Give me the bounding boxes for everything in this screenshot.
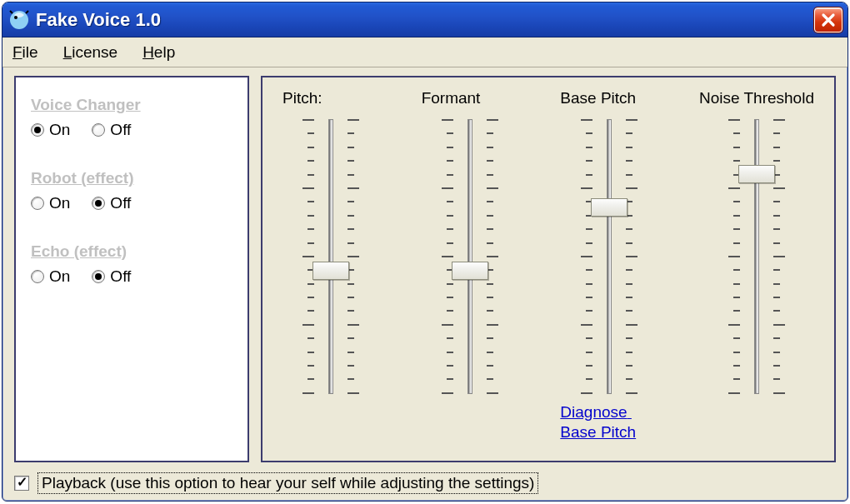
- effects-panel: Voice Changer On Off Robot (effect): [14, 76, 249, 462]
- robot-off-radio[interactable]: Off: [92, 194, 131, 212]
- noise-threshold-label: Noise Threshold: [699, 89, 814, 107]
- noise-threshold-slider-thumb[interactable]: [738, 165, 775, 183]
- playback-label[interactable]: Playback (use this option to hear your s…: [38, 472, 538, 494]
- sliders-panel: Pitch: Formant: [261, 76, 836, 462]
- playback-row: Playback (use this option to hear your s…: [14, 472, 836, 494]
- echo-group: Echo (effect) On Off: [31, 242, 232, 286]
- base-pitch-label: Base Pitch: [560, 89, 636, 107]
- diagnose-base-pitch-link[interactable]: Diagnose Base Pitch: [560, 402, 636, 442]
- client-area: Voice Changer On Off Robot (effect): [2, 67, 848, 501]
- panels: Voice Changer On Off Robot (effect): [14, 76, 836, 462]
- close-button[interactable]: [814, 7, 842, 32]
- base-pitch-slider-group: Base Pitch Diagnose Base Pitch: [560, 89, 658, 451]
- noise-threshold-slider[interactable]: [723, 119, 790, 394]
- formant-label: Formant: [422, 89, 481, 107]
- menu-help[interactable]: Help: [138, 42, 180, 63]
- pitch-label: Pitch:: [282, 89, 322, 107]
- pitch-slider-thumb[interactable]: [312, 262, 349, 280]
- base-pitch-slider-thumb[interactable]: [591, 198, 628, 217]
- menu-license[interactable]: License: [58, 42, 123, 63]
- pitch-slider[interactable]: [298, 119, 364, 394]
- menubar: File License Help: [2, 37, 848, 67]
- robot-on-radio[interactable]: On: [31, 194, 70, 212]
- close-icon: [821, 12, 836, 27]
- pitch-slider-group: Pitch:: [282, 89, 380, 451]
- formant-slider-thumb[interactable]: [452, 262, 488, 280]
- noise-threshold-slider-group: Noise Threshold: [699, 89, 814, 451]
- robot-group: Robot (effect) On Off: [31, 169, 232, 212]
- echo-on-radio[interactable]: On: [31, 267, 70, 286]
- robot-title: Robot (effect): [31, 169, 232, 187]
- formant-slider-group: Formant: [422, 89, 519, 451]
- svg-point-1: [14, 16, 18, 19]
- voice-changer-on-radio[interactable]: On: [31, 121, 70, 139]
- titlebar: Fake Voice 1.0: [2, 2, 848, 37]
- app-window: Fake Voice 1.0 File License Help Voice C…: [2, 2, 848, 502]
- voice-changer-off-radio[interactable]: Off: [92, 121, 131, 139]
- formant-slider[interactable]: [437, 119, 503, 394]
- echo-off-radio[interactable]: Off: [92, 267, 131, 286]
- app-icon: [9, 10, 29, 30]
- window-title: Fake Voice 1.0: [36, 9, 814, 31]
- echo-title: Echo (effect): [31, 242, 232, 261]
- base-pitch-slider[interactable]: [576, 119, 642, 394]
- playback-checkbox[interactable]: [14, 476, 29, 491]
- menu-file[interactable]: File: [8, 42, 43, 63]
- voice-changer-group: Voice Changer On Off: [31, 96, 232, 139]
- voice-changer-title: Voice Changer: [31, 96, 232, 114]
